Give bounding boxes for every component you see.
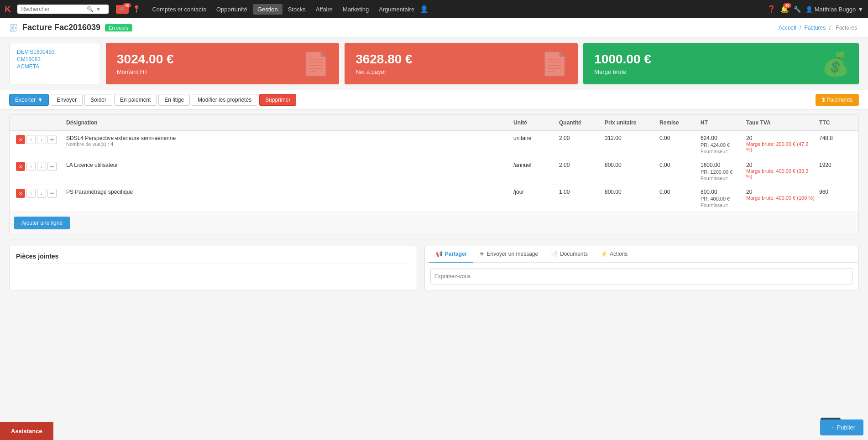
filter-icon[interactable]: ▼ xyxy=(95,6,101,12)
edit-row1-button[interactable]: ✏ xyxy=(47,135,57,144)
net-payer-card: 3628.80 € Net à payer 📄 xyxy=(345,43,578,84)
quantite-3: 1.00 xyxy=(557,188,603,196)
add-line-button[interactable]: Ajouter une ligne xyxy=(14,217,70,229)
acmeta-link[interactable]: ACMETA xyxy=(17,63,93,70)
message-icon: ✈ xyxy=(480,251,484,257)
quantite-1: 2.00 xyxy=(557,134,603,142)
up-row3-button[interactable]: ↑ xyxy=(26,189,36,198)
communications-panel: 📢 Partager ✈ Envoyer un message 📄 Docume… xyxy=(424,246,859,290)
map-icon[interactable]: 📍 xyxy=(132,5,141,13)
nav-argumentaire[interactable]: Argumentaire xyxy=(374,4,419,15)
marge-2: Marge brute: 400.00 € (33.3 %) xyxy=(746,168,816,179)
unite-3: /jour xyxy=(512,188,557,196)
col-ht: HT xyxy=(699,119,744,127)
stats-row: DEVIS1600493 CM16083 ACMETA 3024.00 € Mo… xyxy=(0,37,868,90)
nav-affaire[interactable]: Affaire xyxy=(311,4,337,15)
supprimer-button[interactable]: Supprimer xyxy=(259,94,296,106)
paiements-button[interactable]: $ Paiements xyxy=(816,94,859,106)
bottom-section: Pièces jointes 📢 Partager ✈ Envoyer un m… xyxy=(9,246,859,290)
fournisseur-1: Fournisseur: xyxy=(701,149,743,154)
solder-button[interactable]: Solder xyxy=(84,94,112,106)
edit-row3-button[interactable]: ✏ xyxy=(47,189,57,198)
tab-envoyer-message[interactable]: ✈ Envoyer un message xyxy=(473,246,544,263)
designation-sub-1: Nombre de vue(s) : 4 xyxy=(66,141,510,147)
tab-partager[interactable]: 📢 Partager xyxy=(429,246,474,263)
comm-input[interactable] xyxy=(430,268,853,285)
add-line-row: Ajouter une ligne xyxy=(10,212,858,234)
breadcrumb: Accueil / Factures / Factures xyxy=(779,25,859,31)
nav-marketing[interactable]: Marketing xyxy=(338,4,373,15)
remise-1: 0.00 xyxy=(658,134,699,142)
prix-3: 800.00 xyxy=(603,188,658,196)
remise-2: 0.00 xyxy=(658,161,699,169)
col-prix-unitaire: Prix unitaire xyxy=(603,119,658,127)
prix-2: 800.00 xyxy=(603,161,658,169)
nav-stocks[interactable]: Stocks xyxy=(283,4,310,15)
fournisseur-2: Fournisseur: xyxy=(701,176,743,181)
en-paiement-button[interactable]: En paiement xyxy=(114,94,157,106)
pr-1: PR: 424.00 € xyxy=(701,142,743,148)
actions-icon: ⚡ xyxy=(601,251,607,257)
table-row: ✕ ↑ ↓ ✏ SDSL4 Perspective extérieure sem… xyxy=(10,131,858,158)
export-button[interactable]: Exporter ▼ xyxy=(9,94,49,106)
user-name: Matthias Buggo xyxy=(815,6,856,13)
marge-brute-card: 1000.00 € Marge brute 💰 xyxy=(583,43,859,84)
logo-icon[interactable]: K xyxy=(5,4,11,15)
comm-body xyxy=(425,263,858,290)
col-taux-tva: Taux TVA xyxy=(744,119,817,127)
tab-documents[interactable]: 📄 Documents xyxy=(544,246,594,263)
breadcrumb-factures[interactable]: Factures xyxy=(805,25,826,31)
envoyer-button[interactable]: Envoyer xyxy=(51,94,83,106)
modifier-props-button[interactable]: Modifier les propriétés xyxy=(192,94,257,106)
marge-brute-value: 1000.00 € xyxy=(594,52,848,67)
nav-opportunite[interactable]: Opportunité xyxy=(212,4,252,15)
ht-1: 624.00 xyxy=(701,135,743,141)
up-row2-button[interactable]: ↑ xyxy=(26,162,36,171)
breadcrumb-accueil[interactable]: Accueil xyxy=(779,25,796,31)
notifications-icon[interactable]: 🔔 46 xyxy=(780,5,789,13)
card-money-icon: 💰 xyxy=(821,51,850,77)
tva-3: 20 xyxy=(746,189,752,195)
devis-link[interactable]: DEVIS1600493 xyxy=(17,49,93,55)
invoice-icon: 🧾 xyxy=(9,24,18,32)
col-ttc: TTC xyxy=(817,119,854,127)
edit-row2-button[interactable]: ✏ xyxy=(47,162,57,171)
settings-icon[interactable]: 🔧 xyxy=(794,6,801,13)
fournisseur-3: Fournisseur: xyxy=(701,202,743,208)
table-row: ✕ ↑ ↓ ✏ LA Licence utilisateur /annuel 2… xyxy=(10,158,858,185)
net-payer-label: Net à payer xyxy=(356,68,567,75)
quantite-2: 2.00 xyxy=(557,161,603,169)
en-litige-button[interactable]: En litige xyxy=(158,94,190,106)
col-remise: Remise xyxy=(658,119,699,127)
tva-2: 20 xyxy=(746,162,752,168)
ttc-3: 960 xyxy=(817,188,854,196)
top-navigation: K 🔍 ▼ 🛒 46 📍 Comptes et contacts Opportu… xyxy=(0,0,868,18)
documents-icon: 📄 xyxy=(551,251,558,257)
unite-2: /annuel xyxy=(512,161,557,169)
net-payer-value: 3628.80 € xyxy=(356,52,567,67)
search-box: 🔍 ▼ xyxy=(17,5,109,14)
pr-3: PR: 400.00 € xyxy=(701,196,743,202)
down-row3-button[interactable]: ↓ xyxy=(37,189,46,198)
tva-1: 20 xyxy=(746,135,752,141)
card-doc2-icon: 📄 xyxy=(540,51,569,77)
search-icon[interactable]: 🔍 xyxy=(87,6,94,12)
help-icon[interactable]: ❓ xyxy=(767,5,776,13)
cart-button[interactable]: 🛒 46 xyxy=(116,5,129,14)
delete-row3-button[interactable]: ✕ xyxy=(16,189,25,198)
up-row1-button[interactable]: ↑ xyxy=(26,135,36,144)
delete-row1-button[interactable]: ✕ xyxy=(16,135,25,144)
down-row1-button[interactable]: ↓ xyxy=(37,135,46,144)
marge-brute-label: Marge brute xyxy=(594,68,848,75)
notif-badge: 46 xyxy=(783,3,791,8)
search-input[interactable] xyxy=(21,6,85,12)
nav-comptes[interactable]: Comptes et contacts xyxy=(147,4,211,15)
montant-ht-value: 3024.00 € xyxy=(117,52,328,67)
delete-row2-button[interactable]: ✕ xyxy=(16,162,25,171)
nav-gestion[interactable]: Gestion xyxy=(253,4,282,15)
user-menu[interactable]: 👤 Matthias Buggo ▼ xyxy=(805,6,863,13)
cm-link[interactable]: CM16083 xyxy=(17,56,93,62)
down-row2-button[interactable]: ↓ xyxy=(37,162,46,171)
more-icon[interactable]: 👤 xyxy=(420,5,429,13)
tab-actions[interactable]: ⚡ Actions xyxy=(594,246,634,263)
